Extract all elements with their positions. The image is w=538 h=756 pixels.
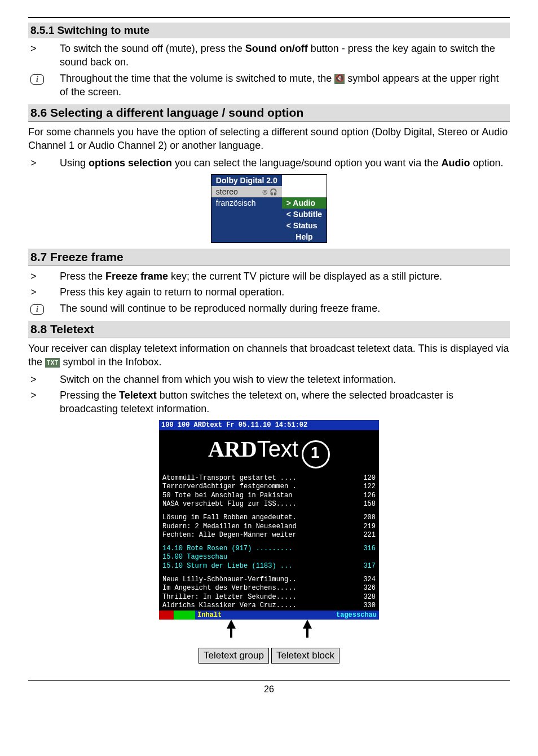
teletext-line: Terrorverdächtiger festgenommen .122 [159,483,379,492]
teletext-line: Neue Lilly-Schönauer-Verfilmung..324 [159,576,379,585]
bullet-gt: > [28,285,60,299]
dolby-stereo[interactable]: stereo [211,186,251,197]
dolby-franz[interactable]: französisch [211,197,282,209]
bullet-gt: > [28,373,60,386]
teletext-line: 50 Tote bei Anschlag in Pakistan126 [159,492,379,501]
text-86-1: Using options selection you can select t… [60,156,510,170]
menu-help[interactable]: Help [282,231,327,242]
dolby-header: Dolby Digital 2.0 [211,175,282,186]
teletext-bottom-bar: .P+Inhalttagesschau [159,611,379,620]
bullet-gt: > [28,42,60,69]
teletext-line: 14.10 Rote Rosen (917) .........316 [159,545,379,554]
heading-87: 8.7 Freeze frame [28,249,510,266]
teletext-line: Rudern: 2 Medaillen in Neuseeland219 [159,523,379,532]
dolby-menu: Dolby Digital 2.0 stereo◎ 🎧 französisch>… [211,174,327,243]
teletext-screen: 100 100 ARDtext Fr 05.11.10 14:51:02 ARD… [159,420,379,620]
heading-86: 8.6 Selecting a different language / sou… [28,104,510,122]
teletext-line: Im Angesicht des Verbrechens.....326 [159,584,379,593]
text-88-1: Switch on the channel from which you wis… [60,373,510,386]
teletext-line: Atommüll-Transport gestartet ....120 [159,474,379,483]
teletext-line: 15.10 Sturm der Liebe (1183) ...317 [159,562,379,571]
arrow-icon [303,620,312,629]
mute-icon [334,74,345,84]
label-teletext-group: Teletext group [199,648,269,664]
teletext-line: Lösung im Fall Robben angedeutet.208 [159,514,379,523]
info-icon: i [30,304,44,315]
teletext-line: NASA verschiebt Flug zur ISS.....158 [159,500,379,509]
info-icon: i [30,74,44,85]
text-86-intro: For some channels you have the option of… [28,125,510,153]
arrow-icon [227,620,236,629]
text-88-2: Pressing the Teletext button switches th… [60,388,510,416]
menu-subtitle[interactable]: < Subtitle [282,209,327,220]
text-851-2: Throughout the time that the volume is s… [60,72,510,99]
heading-851: 8.5.1 Switching to mute [28,23,510,38]
teletext-line: Aldrichs Klassiker Vera Cruz.....330 [159,602,379,611]
bullet-gt: > [28,269,60,283]
ard-logo: ARDText [159,430,379,474]
heading-88: 8.8 Teletext [28,321,510,338]
teletext-line: Fechten: Alle Degen-Männer weiter221 [159,531,379,540]
menu-status[interactable]: < Status [282,220,327,231]
text-87-2: Press this key again to return to normal… [60,285,510,299]
txt-icon: TXT [45,358,60,368]
bullet-gt: > [28,388,60,416]
text-88-intro: Your receiver can display teletext infor… [28,342,510,369]
text-851-1: To switch the sound off (mute), press th… [60,42,510,69]
teletext-line: Thriller: In letzter Sekunde.....328 [159,593,379,602]
teletext-line: 15.00 Tagesschau [159,553,379,562]
page-number: 26 [28,684,510,695]
teletext-header: 100 100 ARDtext Fr 05.11.10 14:51:02 [159,420,379,430]
bullet-gt: > [28,156,60,170]
text-87-3: The sound will continue to be reproduced… [60,302,510,315]
text-87-1: Press the Freeze frame key; the current … [60,269,510,283]
label-teletext-block: Teletext block [271,648,339,664]
menu-audio[interactable]: > Audio [282,197,327,209]
